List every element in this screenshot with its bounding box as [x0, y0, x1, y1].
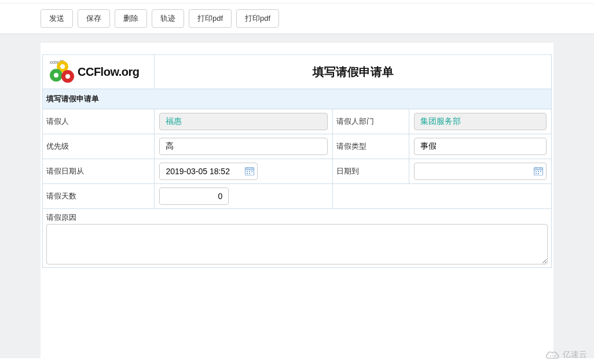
label-date-to: 日期到: [333, 159, 409, 184]
save-button[interactable]: 保存: [78, 9, 110, 28]
label-priority: 优先级: [43, 134, 155, 159]
row-dates: 请假日期从 日期到: [43, 159, 552, 184]
date-to-input[interactable]: [414, 163, 547, 180]
svg-rect-4: [247, 171, 248, 172]
gears-icon: ccbp版: [49, 60, 75, 84]
svg-rect-16: [536, 173, 537, 174]
print-pdf-button-2[interactable]: 打印pdf: [236, 9, 279, 28]
logo-text: CCFlow.org: [78, 65, 139, 79]
label-date-from: 请假日期从: [43, 159, 155, 184]
svg-rect-13: [536, 171, 537, 172]
svg-point-18: [550, 355, 551, 356]
svg-rect-14: [538, 171, 539, 172]
svg-rect-7: [247, 173, 248, 174]
reason-textarea[interactable]: [46, 224, 548, 264]
send-button[interactable]: 发送: [41, 9, 73, 28]
priority-input[interactable]: [159, 138, 328, 155]
row-priority-type: 优先级 请假类型: [43, 134, 552, 159]
toolbar: 发送 保存 删除 轨迹 打印pdf 打印pdf: [0, 3, 594, 34]
section-header-row: 填写请假申请单: [43, 89, 552, 109]
section-header: 填写请假申请单: [43, 89, 552, 109]
row-days: 请假天数: [43, 184, 552, 209]
watermark: 亿速云: [544, 349, 587, 358]
track-button[interactable]: 轨迹: [152, 9, 184, 28]
svg-point-19: [552, 355, 553, 356]
svg-point-20: [555, 355, 556, 356]
svg-rect-17: [538, 173, 539, 174]
svg-rect-15: [540, 171, 541, 172]
delete-button[interactable]: 删除: [115, 9, 147, 28]
cloud-icon: [544, 349, 560, 358]
row-reason: 请假原因: [43, 209, 552, 268]
days-input[interactable]: [159, 187, 229, 205]
form-panel: ccbp版 CCFlow.org 填写请假申请单 填写请假申请单 请假人: [41, 43, 553, 358]
applicant-input: [159, 113, 328, 130]
svg-rect-1: [245, 168, 254, 170]
logo: ccbp版 CCFlow.org: [46, 60, 151, 84]
calendar-icon[interactable]: [534, 167, 543, 176]
header-row: ccbp版 CCFlow.org 填写请假申请单: [43, 55, 552, 89]
date-from-input[interactable]: [159, 163, 258, 180]
label-department: 请假人部门: [333, 109, 409, 134]
svg-rect-10: [534, 168, 543, 170]
form-title: 填写请假申请单: [155, 55, 552, 89]
label-reason: 请假原因: [46, 212, 548, 223]
print-pdf-button-1[interactable]: 打印pdf: [189, 9, 232, 28]
leave-type-input[interactable]: [414, 138, 547, 155]
label-applicant: 请假人: [43, 109, 155, 134]
svg-rect-6: [251, 171, 252, 172]
department-input: [414, 113, 547, 130]
calendar-icon[interactable]: [245, 167, 254, 176]
row-applicant-department: 请假人 请假人部门: [43, 109, 552, 134]
label-days: 请假天数: [43, 184, 155, 209]
page-background: ccbp版 CCFlow.org 填写请假申请单 填写请假申请单 请假人: [0, 34, 594, 358]
watermark-text: 亿速云: [563, 350, 587, 358]
label-leave-type: 请假类型: [333, 134, 409, 159]
empty-cell: [333, 184, 552, 209]
svg-rect-5: [249, 171, 250, 172]
svg-rect-8: [249, 173, 250, 174]
form-table: ccbp版 CCFlow.org 填写请假申请单 填写请假申请单 请假人: [42, 54, 552, 268]
